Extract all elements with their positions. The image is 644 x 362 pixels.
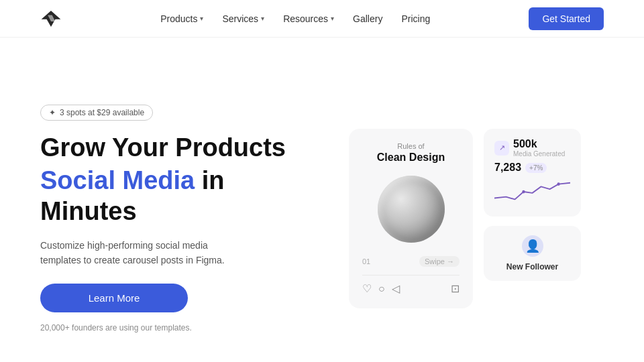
nav-links: Products ▾ Services ▾ Resources ▾ Galler… [160,13,430,24]
stats-card: ↗ 500k Media Generated 7,283 +7% [484,129,581,217]
nav-gallery[interactable]: Gallery [353,13,382,24]
hero-title-line1: Grow Your Products [40,133,322,164]
chevron-down-icon: ▾ [331,15,334,22]
chevron-down-icon: ▾ [261,15,264,22]
bookmark-icon[interactable]: ⊡ [451,282,460,295]
stats-main-value: 500k [513,138,565,150]
chevron-down-icon: ▾ [200,15,203,22]
mini-chart [494,179,570,204]
share-icon[interactable]: ◁ [392,282,400,295]
availability-badge: ✦ 3 spots at $29 available [40,105,153,121]
card-actions: ♡ ○ ◁ ⊡ [362,275,460,295]
hero-section: ✦ 3 spots at $29 available Grow Your Pro… [0,38,644,359]
stats-main-label: Media Generated [513,150,565,158]
learn-more-button[interactable]: Learn More [40,284,188,312]
nav-resources[interactable]: Resources ▾ [283,13,334,24]
user-icon: 👤 [525,239,540,253]
stats-top-row: ↗ 500k Media Generated [494,138,570,158]
svg-point-1 [522,190,525,194]
card-footer: 01 Swipe → [362,256,460,267]
hero-content: ✦ 3 spots at $29 available Grow Your Pro… [40,105,322,333]
avatar: 👤 [522,235,543,257]
stats-change-badge: +7% [525,163,547,173]
stats-sub-value: 7,283 [494,162,521,174]
follower-card: 👤 New Follower [484,226,581,281]
hero-description: Customize high-performing social media t… [40,238,241,268]
design-card: Rules of Clean Design 01 Swipe → ♡ ○ ◁ ⊡ [349,129,473,308]
sidebar-cards: ↗ 500k Media Generated 7,283 +7% [484,129,581,281]
heart-icon[interactable]: ♡ [362,282,372,295]
trend-up-icon: ↗ [499,143,505,152]
nav-pricing[interactable]: Pricing [401,13,430,24]
hero-title-line2: Social Media in Minutes [40,166,322,227]
navbar: Products ▾ Services ▾ Resources ▾ Galler… [0,0,644,38]
action-icons-group: ♡ ○ ◁ [362,282,400,295]
nav-services[interactable]: Services ▾ [222,13,264,24]
nav-products[interactable]: Products ▾ [160,13,203,24]
trend-icon-box: ↗ [494,141,509,156]
star-icon: ✦ [49,108,56,117]
card-page-number: 01 [362,257,370,265]
hero-visuals: Rules of Clean Design 01 Swipe → ♡ ○ ◁ ⊡ [349,129,604,308]
card-title: Clean Design [377,152,445,164]
get-started-button[interactable]: Get Started [529,7,604,30]
social-proof: 20,000+ founders are using our templates… [40,323,322,333]
sphere-graphic [378,176,445,243]
card-subtitle: Rules of [397,142,424,150]
comment-icon[interactable]: ○ [378,283,385,295]
logo[interactable] [40,9,62,28]
stats-sub-row: 7,283 +7% [494,162,570,174]
svg-point-0 [557,182,559,186]
card-swipe-label: Swipe → [419,256,460,267]
follower-label: New Follower [506,262,558,272]
